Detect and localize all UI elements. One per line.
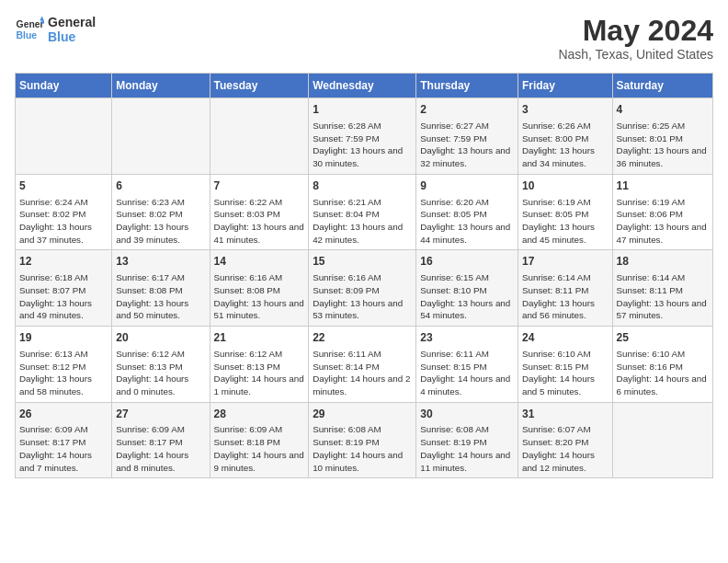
- svg-text:Blue: Blue: [17, 30, 38, 40]
- calendar-cell: [112, 98, 210, 175]
- logo-blue: Blue: [48, 29, 96, 44]
- svg-marker-2: [40, 17, 44, 21]
- day-number: 16: [420, 254, 514, 270]
- logo-general: General: [48, 15, 96, 29]
- col-header-wednesday: Wednesday: [309, 74, 416, 98]
- day-number: 5: [19, 178, 108, 194]
- col-header-tuesday: Tuesday: [210, 74, 309, 98]
- day-info: Sunrise: 6:21 AM Sunset: 8:04 PM Dayligh…: [313, 196, 412, 247]
- day-info: Sunrise: 6:22 AM Sunset: 8:03 PM Dayligh…: [214, 196, 305, 247]
- calendar-cell: 11Sunrise: 6:19 AM Sunset: 8:06 PM Dayli…: [612, 174, 712, 250]
- logo: General Blue General Blue: [15, 15, 96, 44]
- calendar-cell: 24Sunrise: 6:10 AM Sunset: 8:15 PM Dayli…: [518, 327, 612, 403]
- day-number: 30: [420, 407, 514, 422]
- day-number: 27: [116, 407, 205, 422]
- day-number: 3: [522, 102, 609, 118]
- calendar-cell: 16Sunrise: 6:15 AM Sunset: 8:10 PM Dayli…: [416, 250, 518, 327]
- day-number: 22: [313, 330, 412, 346]
- day-number: 4: [617, 102, 709, 118]
- calendar-cell: 12Sunrise: 6:18 AM Sunset: 8:07 PM Dayli…: [16, 250, 112, 327]
- day-info: Sunrise: 6:14 AM Sunset: 8:11 PM Dayligh…: [522, 271, 609, 322]
- calendar-cell: 27Sunrise: 6:09 AM Sunset: 8:17 PM Dayli…: [112, 402, 210, 478]
- day-number: 8: [313, 178, 412, 194]
- day-info: Sunrise: 6:19 AM Sunset: 8:06 PM Dayligh…: [617, 196, 709, 247]
- day-number: 7: [214, 178, 305, 194]
- week-row-1: 1Sunrise: 6:28 AM Sunset: 7:59 PM Daylig…: [16, 98, 713, 175]
- calendar-cell: 7Sunrise: 6:22 AM Sunset: 8:03 PM Daylig…: [210, 174, 309, 250]
- day-info: Sunrise: 6:09 AM Sunset: 8:17 PM Dayligh…: [19, 423, 108, 474]
- logo-icon: General Blue: [15, 15, 44, 44]
- week-row-4: 19Sunrise: 6:13 AM Sunset: 8:12 PM Dayli…: [16, 327, 713, 403]
- day-info: Sunrise: 6:09 AM Sunset: 8:17 PM Dayligh…: [116, 423, 205, 474]
- calendar-table: SundayMondayTuesdayWednesdayThursdayFrid…: [15, 73, 713, 478]
- day-info: Sunrise: 6:15 AM Sunset: 8:10 PM Dayligh…: [420, 271, 514, 322]
- calendar-cell: [210, 98, 309, 175]
- day-number: 25: [617, 330, 709, 346]
- calendar-cell: 21Sunrise: 6:12 AM Sunset: 8:13 PM Dayli…: [210, 327, 309, 403]
- calendar-cell: [612, 402, 712, 478]
- col-header-thursday: Thursday: [416, 74, 518, 98]
- calendar-cell: 6Sunrise: 6:23 AM Sunset: 8:02 PM Daylig…: [112, 174, 210, 250]
- day-number: 28: [214, 407, 305, 422]
- day-info: Sunrise: 6:14 AM Sunset: 8:11 PM Dayligh…: [617, 271, 709, 322]
- day-info: Sunrise: 6:24 AM Sunset: 8:02 PM Dayligh…: [19, 196, 108, 247]
- day-number: 11: [617, 178, 709, 194]
- day-number: 19: [19, 330, 108, 346]
- day-info: Sunrise: 6:08 AM Sunset: 8:19 PM Dayligh…: [420, 423, 514, 474]
- day-info: Sunrise: 6:11 AM Sunset: 8:15 PM Dayligh…: [420, 348, 514, 398]
- calendar-cell: 9Sunrise: 6:20 AM Sunset: 8:05 PM Daylig…: [416, 174, 518, 250]
- day-info: Sunrise: 6:16 AM Sunset: 8:09 PM Dayligh…: [313, 271, 412, 322]
- calendar-cell: 25Sunrise: 6:10 AM Sunset: 8:16 PM Dayli…: [612, 327, 712, 403]
- day-number: 23: [420, 330, 514, 346]
- day-info: Sunrise: 6:20 AM Sunset: 8:05 PM Dayligh…: [420, 196, 514, 247]
- svg-text:General: General: [17, 19, 44, 29]
- week-row-5: 26Sunrise: 6:09 AM Sunset: 8:17 PM Dayli…: [16, 402, 713, 478]
- calendar-cell: 19Sunrise: 6:13 AM Sunset: 8:12 PM Dayli…: [16, 327, 112, 403]
- day-number: 12: [19, 254, 108, 270]
- svg-marker-3: [41, 20, 44, 23]
- calendar-cell: 17Sunrise: 6:14 AM Sunset: 8:11 PM Dayli…: [518, 250, 612, 327]
- day-info: Sunrise: 6:17 AM Sunset: 8:08 PM Dayligh…: [116, 271, 205, 322]
- day-info: Sunrise: 6:10 AM Sunset: 8:15 PM Dayligh…: [522, 348, 609, 398]
- col-header-friday: Friday: [518, 74, 612, 98]
- calendar-cell: 20Sunrise: 6:12 AM Sunset: 8:13 PM Dayli…: [112, 327, 210, 403]
- day-number: 26: [19, 407, 108, 422]
- calendar-cell: 29Sunrise: 6:08 AM Sunset: 8:19 PM Dayli…: [309, 402, 416, 478]
- title-block: May 2024 Nash, Texas, United States: [558, 15, 713, 62]
- day-number: 13: [116, 254, 205, 270]
- col-header-monday: Monday: [112, 74, 210, 98]
- week-row-3: 12Sunrise: 6:18 AM Sunset: 8:07 PM Dayli…: [16, 250, 713, 327]
- day-info: Sunrise: 6:13 AM Sunset: 8:12 PM Dayligh…: [19, 348, 108, 398]
- day-number: 15: [313, 254, 412, 270]
- day-number: 18: [617, 254, 709, 270]
- location-subtitle: Nash, Texas, United States: [558, 47, 713, 62]
- day-info: Sunrise: 6:28 AM Sunset: 7:59 PM Dayligh…: [313, 120, 412, 170]
- calendar-cell: 13Sunrise: 6:17 AM Sunset: 8:08 PM Dayli…: [112, 250, 210, 327]
- day-number: 17: [522, 254, 609, 270]
- calendar-cell: 31Sunrise: 6:07 AM Sunset: 8:20 PM Dayli…: [518, 402, 612, 478]
- col-header-saturday: Saturday: [612, 74, 712, 98]
- day-info: Sunrise: 6:25 AM Sunset: 8:01 PM Dayligh…: [617, 120, 709, 170]
- calendar-cell: 1Sunrise: 6:28 AM Sunset: 7:59 PM Daylig…: [309, 98, 416, 175]
- day-info: Sunrise: 6:12 AM Sunset: 8:13 PM Dayligh…: [214, 348, 305, 398]
- day-info: Sunrise: 6:12 AM Sunset: 8:13 PM Dayligh…: [116, 348, 205, 398]
- day-number: 10: [522, 178, 609, 194]
- calendar-cell: 23Sunrise: 6:11 AM Sunset: 8:15 PM Dayli…: [416, 327, 518, 403]
- day-info: Sunrise: 6:26 AM Sunset: 8:00 PM Dayligh…: [522, 120, 609, 170]
- day-info: Sunrise: 6:11 AM Sunset: 8:14 PM Dayligh…: [313, 348, 412, 398]
- month-year-title: May 2024: [558, 15, 713, 47]
- calendar-cell: 8Sunrise: 6:21 AM Sunset: 8:04 PM Daylig…: [309, 174, 416, 250]
- day-info: Sunrise: 6:10 AM Sunset: 8:16 PM Dayligh…: [617, 348, 709, 398]
- day-info: Sunrise: 6:07 AM Sunset: 8:20 PM Dayligh…: [522, 423, 609, 474]
- header-row: SundayMondayTuesdayWednesdayThursdayFrid…: [16, 74, 713, 98]
- day-number: 2: [420, 102, 514, 118]
- day-number: 24: [522, 330, 609, 346]
- day-number: 9: [420, 178, 514, 194]
- day-number: 20: [116, 330, 205, 346]
- day-info: Sunrise: 6:18 AM Sunset: 8:07 PM Dayligh…: [19, 271, 108, 322]
- calendar-cell: 10Sunrise: 6:19 AM Sunset: 8:05 PM Dayli…: [518, 174, 612, 250]
- day-info: Sunrise: 6:16 AM Sunset: 8:08 PM Dayligh…: [214, 271, 305, 322]
- calendar-cell: 26Sunrise: 6:09 AM Sunset: 8:17 PM Dayli…: [16, 402, 112, 478]
- day-number: 21: [214, 330, 305, 346]
- day-number: 14: [214, 254, 305, 270]
